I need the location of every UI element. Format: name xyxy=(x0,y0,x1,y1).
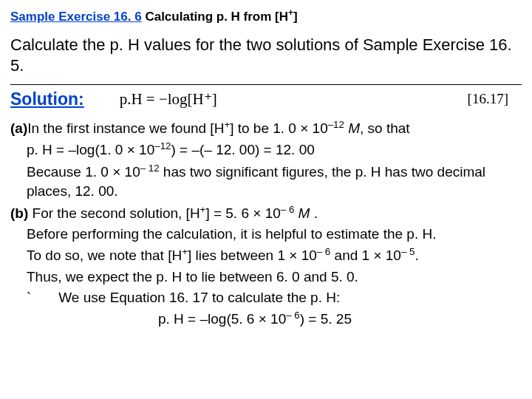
exercise-title: Sample Exercise 16. 6 Calculating p. H f… xyxy=(10,7,522,24)
part-a-line2: p. H = –log(1. 0 × 10–12) = –(– 12. 00) … xyxy=(10,140,522,160)
ph-equation: p.H = −log[H⁺] xyxy=(120,90,217,109)
part-a-line1: (a)In the first instance we found [H+] t… xyxy=(10,118,522,139)
part-b-line2: Before performing the calculation, it is… xyxy=(10,225,522,244)
part-b-line5: ` We use Equation 16. 17 to calculate th… xyxy=(10,288,522,307)
divider xyxy=(10,84,522,85)
solution-label: Solution: xyxy=(10,89,84,109)
part-b-line1: (b) For the second solution, [H+] = 5. 6… xyxy=(10,203,522,224)
part-b-line4: Thus, we expect the p. H to lie between … xyxy=(10,267,522,287)
solution-body: (a)In the first instance we found [H+] t… xyxy=(10,118,522,330)
title-blue: Sample Exercise 16. 6 xyxy=(10,10,142,24)
part-b-line6: p. H = –log(5. 6 × 10– 6) = 5. 25 xyxy=(10,309,522,330)
solution-header-row: Solution: p.H = −log[H⁺] [16.17] xyxy=(10,89,522,109)
part-b-line3: To do so, we note that [H+] lies between… xyxy=(10,245,522,266)
equation-reference: [16.17] xyxy=(468,91,508,107)
problem-statement: Calculate the p. H values for the two so… xyxy=(10,35,522,77)
title-black: Calculating p. H from [H+] xyxy=(142,10,298,24)
part-a-line3: Because 1. 0 × 10– 12 has two significan… xyxy=(10,162,522,202)
